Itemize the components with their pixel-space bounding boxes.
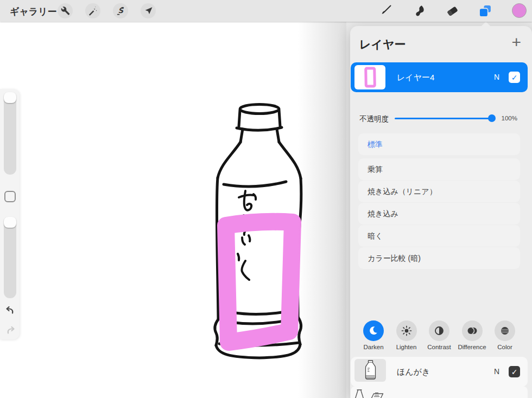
brush-tool-button[interactable] <box>378 3 393 18</box>
transform-button[interactable] <box>141 3 156 18</box>
category-contrast[interactable]: Contrast <box>424 320 454 350</box>
brush-opacity-slider[interactable] <box>4 217 16 298</box>
blend-category-row: Darken Lighten <box>358 320 520 350</box>
opacity-slider[interactable] <box>395 118 493 120</box>
layer-row-partial[interactable] <box>351 386 528 398</box>
category-difference[interactable]: Difference <box>457 320 487 350</box>
blend-mode-darker-color[interactable]: カラー比較 (暗) <box>358 247 520 269</box>
blend-mode-darken[interactable]: 暗く <box>358 225 520 247</box>
honnaki-thumbnail <box>354 359 386 382</box>
smudge-icon <box>412 4 426 18</box>
honnaki-visibility-checkbox[interactable]: ✓ <box>509 366 520 377</box>
layer4-visibility-checkbox[interactable]: ✓ <box>509 72 520 83</box>
blend-mode-normal[interactable]: 標準 <box>358 133 520 155</box>
wrench-icon <box>60 5 71 16</box>
sun-icon <box>401 325 412 336</box>
contrast-icon <box>434 325 445 336</box>
drawing-canvas[interactable] <box>0 22 346 398</box>
layer4-thumbnail <box>354 65 385 89</box>
moon-icon <box>368 325 379 336</box>
canvas-sidebar <box>0 89 20 339</box>
actions-button[interactable] <box>58 3 73 18</box>
undo-icon[interactable] <box>4 304 17 317</box>
opacity-slider-knob[interactable] <box>488 114 496 122</box>
layer-row-layer4[interactable]: レイヤー4 N ✓ <box>351 62 528 92</box>
layer4-blend-mode[interactable]: N <box>494 62 499 92</box>
color-swatch[interactable] <box>512 3 527 18</box>
eraser-icon <box>445 4 459 18</box>
partial-row-thumbnails <box>354 388 392 398</box>
category-lighten[interactable]: Lighten <box>391 320 422 350</box>
layer4-name: レイヤー4 <box>397 62 434 92</box>
panel-caret <box>481 22 491 27</box>
selection-s-icon: S <box>115 5 126 16</box>
selection-button[interactable]: S <box>113 3 128 18</box>
modify-button[interactable] <box>4 191 16 202</box>
opacity-value: 100% <box>502 115 517 121</box>
brush-size-slider[interactable] <box>4 92 16 175</box>
category-color[interactable]: Color <box>490 320 520 350</box>
color-mode-icon <box>499 325 510 336</box>
brush-opacity-slider-handle[interactable] <box>4 217 16 228</box>
blend-mode-multiply[interactable]: 乗算 <box>358 158 520 180</box>
magic-wand-icon <box>87 5 98 16</box>
layers-icon <box>478 4 492 18</box>
difference-icon <box>466 325 478 336</box>
layers-panel: レイヤー + レイヤー4 N ✓ 不透明度 100% 標準 乗算 焼き込み（リニ… <box>350 26 532 398</box>
adjustments-button[interactable] <box>85 3 100 18</box>
panel-title: レイヤー <box>359 37 406 52</box>
eraser-tool-button[interactable] <box>445 3 460 18</box>
top-toolbar: ギャラリー S <box>0 0 532 22</box>
add-layer-button[interactable]: + <box>511 34 521 51</box>
layer-row-honnaki[interactable]: ほんがき N ✓ <box>351 357 528 387</box>
blend-mode-color-burn[interactable]: 焼き込み <box>358 203 520 224</box>
redo-icon[interactable] <box>4 324 17 337</box>
procreate-app: ギャラリー S <box>0 0 532 398</box>
brush-size-slider-handle[interactable] <box>4 92 16 103</box>
opacity-label: 不透明度 <box>359 114 389 124</box>
transform-arrow-icon <box>143 5 154 16</box>
smudge-tool-button[interactable] <box>411 3 427 18</box>
honnaki-name: ほんがき <box>397 357 430 387</box>
category-darken[interactable]: Darken <box>358 320 389 350</box>
canvas-drawing-bottle <box>209 99 315 365</box>
layers-tool-button[interactable] <box>477 3 492 18</box>
gallery-button[interactable]: ギャラリー <box>10 5 57 18</box>
blend-mode-list: 標準 乗算 焼き込み（リニア） 焼き込み 暗く カラー比較 (暗) <box>358 133 520 269</box>
brush-icon <box>378 4 392 18</box>
blend-mode-linear-burn[interactable]: 焼き込み（リニア） <box>358 181 520 202</box>
honnaki-blend-mode[interactable]: N <box>494 357 499 387</box>
